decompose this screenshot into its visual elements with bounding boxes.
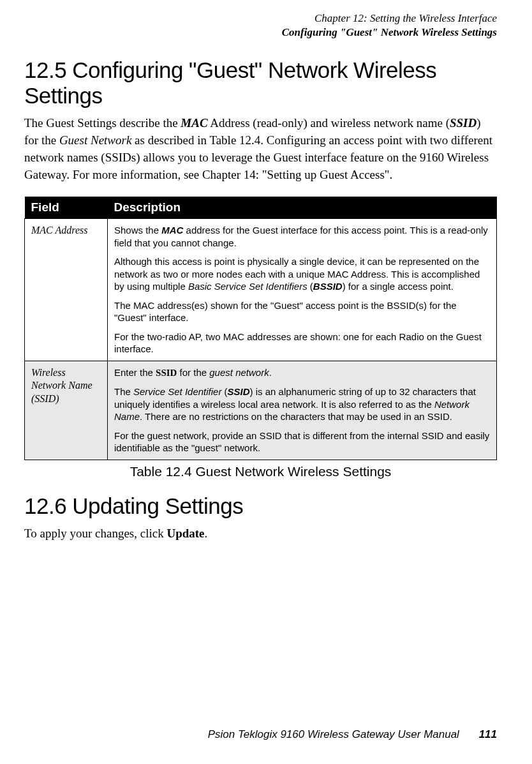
description-paragraph: Enter the SSID for the guest network. (114, 366, 490, 380)
chapter-title: Chapter 12: Setting the Wireless Interfa… (24, 11, 497, 26)
section-title-header: Configuring "Guest" Network Wireless Set… (24, 26, 497, 40)
table-header-field: Field (25, 197, 108, 219)
description-paragraph: Shows the MAC address for the Guest inte… (114, 224, 490, 249)
section-12-5-paragraph: The Guest Settings describe the MAC Addr… (24, 115, 497, 184)
table-row: MAC AddressShows the MAC address for the… (25, 219, 497, 361)
page-header: Chapter 12: Setting the Wireless Interfa… (24, 11, 497, 40)
description-paragraph: The MAC address(es) shown for the "Guest… (114, 299, 490, 324)
field-name-cell: MAC Address (25, 219, 108, 361)
page-number: 111 (479, 728, 497, 740)
description-paragraph: Although this access is point is physica… (114, 255, 490, 293)
description-paragraph: For the guest network, provide an SSID t… (114, 430, 490, 454)
field-name-cell: Wireless Network Name (SSID) (25, 361, 108, 460)
description-paragraph: The Service Set Identifier (SSID) is an … (114, 386, 490, 423)
table-caption: Table 12.4 Guest Network Wireless Settin… (24, 464, 497, 479)
table-row: Wireless Network Name (SSID)Enter the SS… (25, 361, 497, 460)
field-description-cell: Shows the MAC address for the Guest inte… (108, 219, 497, 361)
section-12-6-paragraph: To apply your changes, click Update. (24, 525, 497, 543)
section-12-6-heading: 12.6 Updating Settings (24, 493, 497, 519)
page-footer: Psion Teklogix 9160 Wireless Gateway Use… (208, 728, 497, 741)
guest-settings-table: Field Description MAC AddressShows the M… (24, 197, 497, 460)
footer-manual-title: Psion Teklogix 9160 Wireless Gateway Use… (208, 728, 459, 740)
description-paragraph: For the two-radio AP, two MAC addresses … (114, 331, 490, 356)
table-header-description: Description (108, 197, 497, 219)
field-description-cell: Enter the SSID for the guest network.The… (108, 361, 497, 460)
section-12-5-heading: 12.5 Configuring "Guest" Network Wireles… (24, 57, 497, 109)
table-header-row: Field Description (25, 197, 497, 219)
